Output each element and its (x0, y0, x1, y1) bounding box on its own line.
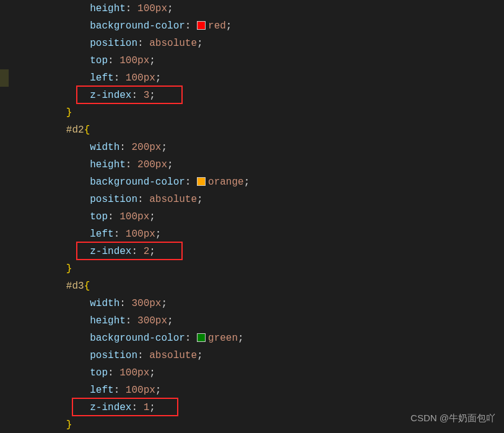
css-property: width (90, 142, 119, 153)
css-value: 3 (144, 90, 150, 101)
css-value: orange (208, 177, 244, 188)
css-property: position (90, 38, 137, 49)
css-property: height (90, 3, 126, 14)
css-value: 300px (137, 315, 167, 326)
css-property: left (90, 229, 113, 240)
color-swatch-orange[interactable] (197, 177, 206, 186)
code-line[interactable]: background-color: green; (19, 330, 504, 347)
css-value: 100px (126, 72, 155, 84)
css-property: height (90, 159, 126, 170)
color-swatch-green[interactable] (197, 333, 206, 342)
code-line[interactable]: z-index: 2; (19, 243, 504, 260)
code-line[interactable]: #d3{ (19, 278, 504, 295)
open-brace: { (84, 281, 90, 292)
code-line[interactable]: height: 100px; (19, 0, 504, 17)
css-selector: #d3 (66, 281, 84, 292)
code-line[interactable]: top: 100px; (19, 208, 504, 225)
css-property: z-index (90, 246, 131, 257)
code-line[interactable]: position: absolute; (19, 35, 504, 52)
css-value: 1 (144, 402, 150, 413)
css-property: left (90, 72, 113, 84)
css-value: 2 (144, 246, 150, 257)
css-selector: #d2 (66, 125, 84, 136)
css-value: absolute (149, 38, 197, 49)
close-brace: } (66, 107, 72, 118)
css-value: 300px (131, 298, 161, 309)
css-property: z-index (90, 90, 131, 101)
css-property: height (90, 315, 126, 326)
css-value: absolute (149, 194, 197, 205)
css-property: background-color (90, 177, 185, 188)
open-brace: { (84, 125, 90, 136)
code-line[interactable]: background-color: orange; (19, 173, 504, 191)
css-value: 200px (137, 159, 167, 170)
code-line[interactable]: z-index: 3; (19, 87, 504, 104)
css-value: 100px (137, 3, 167, 14)
css-property: width (90, 298, 119, 309)
css-value: 100px (126, 229, 155, 240)
code-line[interactable]: } (19, 104, 504, 121)
code-line[interactable]: width: 300px; (19, 295, 504, 312)
css-value: 100px (126, 385, 155, 396)
code-line[interactable]: height: 200px; (19, 156, 504, 173)
css-property: left (90, 385, 113, 396)
code-line[interactable]: left: 100px; (19, 225, 504, 243)
close-brace: } (66, 263, 72, 274)
css-property: position (90, 350, 137, 361)
css-value: green (208, 333, 238, 344)
code-line[interactable]: height: 300px; (19, 312, 504, 330)
watermark: CSDN @牛奶面包吖 (411, 409, 495, 427)
css-value: 100px (119, 211, 149, 222)
code-line[interactable]: position: absolute; (19, 191, 504, 208)
color-swatch-red[interactable] (197, 21, 206, 30)
code-line[interactable]: background-color: red; (19, 17, 504, 35)
code-line[interactable]: left: 100px; (19, 382, 504, 399)
code-line[interactable]: width: 200px; (19, 139, 504, 156)
code-line[interactable]: position: absolute; (19, 347, 504, 364)
css-value: red (208, 20, 226, 32)
code-line[interactable]: } (19, 260, 504, 278)
css-property: background-color (90, 20, 185, 32)
css-value: 200px (131, 142, 161, 153)
css-property: top (90, 211, 108, 222)
css-property: z-index (90, 402, 131, 413)
code-line[interactable]: #d2{ (19, 121, 504, 139)
close-brace: } (66, 419, 72, 431)
css-property: position (90, 194, 137, 205)
css-property: background-color (90, 333, 185, 344)
css-property: top (90, 367, 108, 378)
css-value: 100px (119, 55, 149, 66)
code-editor[interactable]: height: 100px; background-color: red; po… (0, 0, 504, 433)
code-line[interactable]: top: 100px; (19, 52, 504, 69)
css-value: absolute (149, 350, 197, 361)
code-line[interactable]: top: 100px; (19, 364, 504, 382)
css-value: 100px (119, 367, 149, 378)
css-property: top (90, 55, 108, 66)
code-line[interactable]: left: 100px; (19, 69, 504, 87)
